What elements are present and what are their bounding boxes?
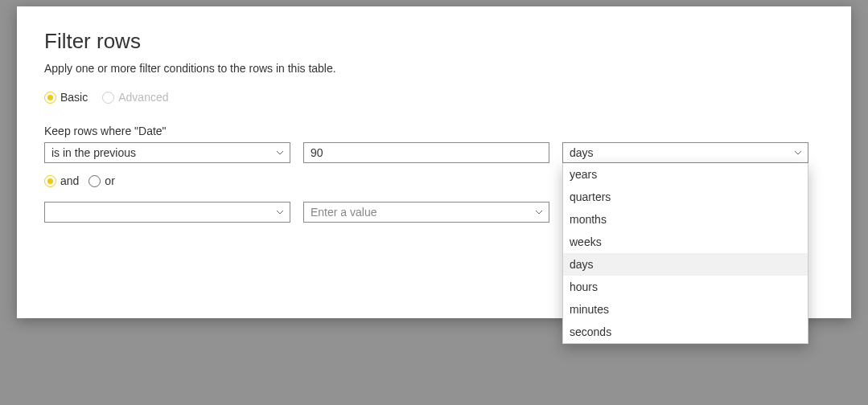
unit-option-months[interactable]: months <box>563 208 808 231</box>
radio-or-label: or <box>105 174 114 187</box>
radio-icon <box>44 92 56 104</box>
unit-option-seconds[interactable]: seconds <box>563 321 808 343</box>
value-input-1[interactable] <box>311 143 542 162</box>
mode-selector: Basic Advanced <box>44 91 824 104</box>
unit-option-years[interactable]: years <box>563 163 808 186</box>
condition-row-1: is in the previous days yearsquartersmon… <box>44 142 824 163</box>
dialog-title: Filter rows <box>44 29 824 54</box>
unit-dropdown-list: yearsquartersmonthsweeksdayshoursminutes… <box>562 163 808 344</box>
radio-icon <box>44 175 56 187</box>
radio-and[interactable]: and <box>44 174 79 187</box>
radio-or[interactable]: or <box>88 174 114 187</box>
radio-advanced-label: Advanced <box>118 91 168 104</box>
filter-rows-dialog: Filter rows Apply one or more filter con… <box>17 6 851 318</box>
chevron-down-icon <box>275 207 285 217</box>
operator-dropdown-2[interactable] <box>44 202 290 223</box>
radio-advanced[interactable]: Advanced <box>102 91 168 104</box>
value-field-1[interactable] <box>303 142 549 163</box>
chevron-down-icon <box>275 148 285 158</box>
radio-basic[interactable]: Basic <box>44 91 88 104</box>
unit-option-quarters[interactable]: quarters <box>563 186 808 208</box>
keep-rows-label: Keep rows where "Date" <box>44 125 824 137</box>
chevron-down-icon <box>534 207 544 217</box>
radio-and-label: and <box>60 174 79 187</box>
unit-dropdown-1[interactable]: days yearsquartersmonthsweeksdayshoursmi… <box>562 142 808 163</box>
value-input-2[interactable] <box>311 202 542 222</box>
dialog-subtitle: Apply one or more filter conditions to t… <box>44 62 824 75</box>
radio-icon <box>88 175 101 187</box>
operator-value-1: is in the previous <box>51 146 136 159</box>
radio-basic-label: Basic <box>60 91 88 104</box>
unit-option-weeks[interactable]: weeks <box>563 231 808 253</box>
radio-icon <box>102 92 114 104</box>
unit-option-hours[interactable]: hours <box>563 276 808 298</box>
unit-option-minutes[interactable]: minutes <box>563 298 808 321</box>
unit-option-days[interactable]: days <box>563 253 808 276</box>
value-field-2[interactable] <box>303 202 549 223</box>
chevron-down-icon <box>793 148 803 158</box>
operator-dropdown-1[interactable]: is in the previous <box>44 142 290 163</box>
unit-value-1: days <box>570 146 594 159</box>
